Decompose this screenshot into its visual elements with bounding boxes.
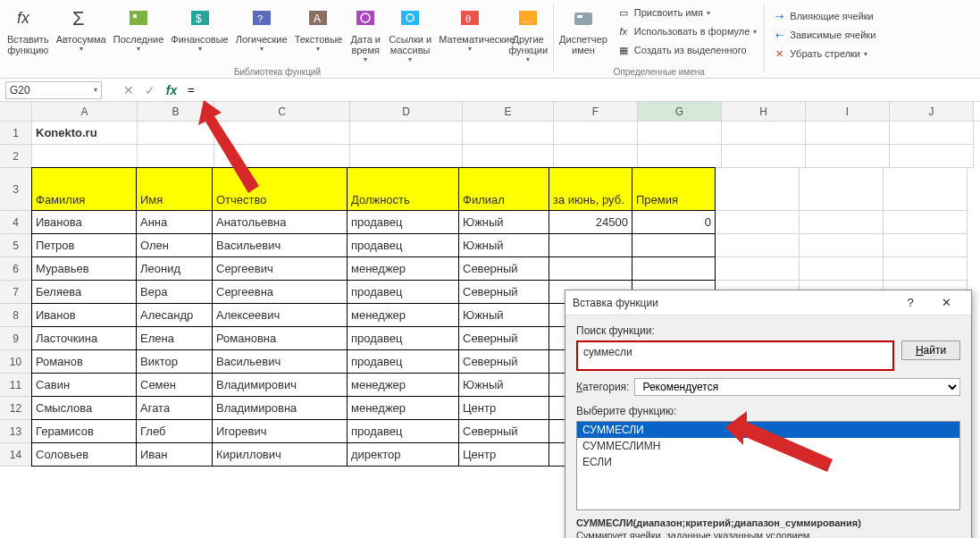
column-header[interactable]: C: [214, 102, 350, 121]
cell[interactable]: [214, 122, 350, 145]
name-box[interactable]: G20 ▾: [5, 81, 102, 99]
cell[interactable]: продавец: [347, 349, 459, 374]
cell[interactable]: Смыслова: [31, 396, 137, 420]
row-header[interactable]: 14: [0, 443, 32, 467]
cancel-formula-button[interactable]: ✕: [118, 80, 139, 100]
cell[interactable]: Анна: [136, 210, 213, 234]
chevron-down-icon[interactable]: ▾: [94, 86, 97, 94]
trace-precedents-button[interactable]: ⇢Влияющие ячейки: [770, 7, 877, 25]
cell[interactable]: продавец: [347, 326, 459, 350]
cell[interactable]: [638, 122, 722, 145]
cell[interactable]: менеджер: [347, 256, 459, 281]
cell[interactable]: Герамисов: [31, 419, 137, 443]
cell[interactable]: Алексеевич: [212, 303, 348, 327]
cell[interactable]: [884, 234, 967, 257]
create-from-selection-button[interactable]: ▦Создать из выделенного: [615, 41, 759, 59]
cell[interactable]: Северный: [458, 419, 549, 443]
row-header[interactable]: 7: [0, 281, 32, 304]
cell[interactable]: [890, 145, 974, 168]
cell[interactable]: Северный: [458, 349, 549, 374]
cell[interactable]: [549, 233, 632, 257]
column-header[interactable]: E: [463, 102, 554, 121]
cell[interactable]: [632, 233, 716, 257]
cell[interactable]: Отчество: [212, 167, 348, 211]
cell[interactable]: [214, 145, 350, 168]
cell[interactable]: 24500: [549, 210, 632, 234]
cell[interactable]: Владимирович: [212, 373, 348, 397]
cell[interactable]: менеджер: [347, 396, 459, 420]
column-header[interactable]: F: [554, 102, 638, 121]
cell[interactable]: Фамилия: [31, 167, 137, 211]
cell[interactable]: Южный: [458, 210, 549, 234]
cell[interactable]: [722, 122, 806, 145]
cell[interactable]: [638, 145, 722, 168]
row-header[interactable]: 6: [0, 257, 32, 281]
function-list-item[interactable]: СУММЕСЛИМН: [577, 438, 959, 454]
cell[interactable]: Романовна: [212, 326, 348, 350]
cell[interactable]: [554, 145, 638, 168]
cell[interactable]: Петров: [31, 233, 137, 257]
cell[interactable]: Соловьев: [31, 442, 137, 467]
row-header[interactable]: 12: [0, 397, 32, 420]
search-input[interactable]: суммесли: [576, 340, 894, 371]
other-functions-button[interactable]: ... Другие функции▾: [505, 2, 551, 66]
cell[interactable]: [554, 122, 638, 145]
cell[interactable]: за июнь, руб.: [549, 167, 632, 211]
cell[interactable]: [716, 234, 800, 257]
cell[interactable]: [800, 257, 884, 281]
column-header[interactable]: B: [138, 102, 214, 121]
cell[interactable]: Центр: [458, 442, 549, 467]
cell[interactable]: Иван: [136, 442, 213, 467]
cell[interactable]: Семен: [136, 373, 213, 397]
cell[interactable]: [890, 122, 974, 145]
cell[interactable]: [350, 145, 463, 168]
cell[interactable]: Васильевич: [212, 233, 348, 257]
cell[interactable]: [549, 256, 632, 281]
cell[interactable]: Южный: [458, 373, 549, 397]
trace-dependents-button[interactable]: ⇠Зависимые ячейки: [770, 26, 877, 44]
logical-button[interactable]: ? Логические▾: [232, 2, 291, 55]
cell[interactable]: [350, 122, 463, 145]
define-name-button[interactable]: ▭Присвоить имя ▾: [615, 4, 759, 21]
cell[interactable]: [463, 122, 554, 145]
column-header[interactable]: I: [806, 102, 890, 121]
cell[interactable]: Леонид: [136, 256, 213, 281]
row-header[interactable]: 13: [0, 420, 32, 443]
fx-button[interactable]: fx: [161, 80, 182, 100]
row-header[interactable]: 1: [0, 122, 32, 145]
recent-functions-button[interactable]: Последние▾: [110, 2, 168, 55]
cell[interactable]: [138, 122, 214, 145]
cell[interactable]: [722, 145, 806, 168]
function-list[interactable]: СУММЕСЛИСУММЕСЛИМНЕСЛИ: [576, 421, 960, 510]
datetime-button[interactable]: Дата и время▾: [346, 2, 385, 66]
cell[interactable]: Игоревич: [212, 419, 348, 443]
row-header[interactable]: 9: [0, 327, 32, 350]
cell[interactable]: [884, 168, 967, 211]
cell[interactable]: Анатольевна: [212, 210, 348, 234]
cell[interactable]: Владимировна: [212, 396, 348, 420]
cell[interactable]: продавец: [347, 419, 459, 443]
cell[interactable]: [463, 145, 554, 168]
cell[interactable]: Романов: [31, 349, 137, 374]
cell[interactable]: Муравьев: [31, 256, 137, 281]
cell[interactable]: продавец: [347, 280, 459, 304]
cell[interactable]: Васильевич: [212, 349, 348, 374]
autosum-button[interactable]: Σ Автосумма▾: [53, 2, 110, 55]
cell[interactable]: менеджер: [347, 373, 459, 397]
cell[interactable]: продавец: [347, 233, 459, 257]
cell[interactable]: Южный: [458, 233, 549, 257]
cell[interactable]: Иванова: [31, 210, 137, 234]
accept-formula-button[interactable]: ✓: [139, 80, 161, 100]
cell[interactable]: Северный: [458, 256, 549, 281]
cell[interactable]: Савин: [31, 373, 137, 397]
row-header[interactable]: 3: [0, 168, 32, 211]
column-header[interactable]: H: [722, 102, 806, 121]
row-header[interactable]: 2: [0, 145, 32, 168]
row-header[interactable]: 4: [0, 211, 32, 234]
category-select[interactable]: Рекомендуется: [634, 378, 960, 396]
cell[interactable]: Кириллович: [212, 442, 348, 467]
row-header[interactable]: 10: [0, 350, 32, 374]
cell[interactable]: директор: [347, 442, 459, 467]
cell[interactable]: Имя: [136, 167, 213, 211]
row-header[interactable]: 5: [0, 234, 32, 257]
